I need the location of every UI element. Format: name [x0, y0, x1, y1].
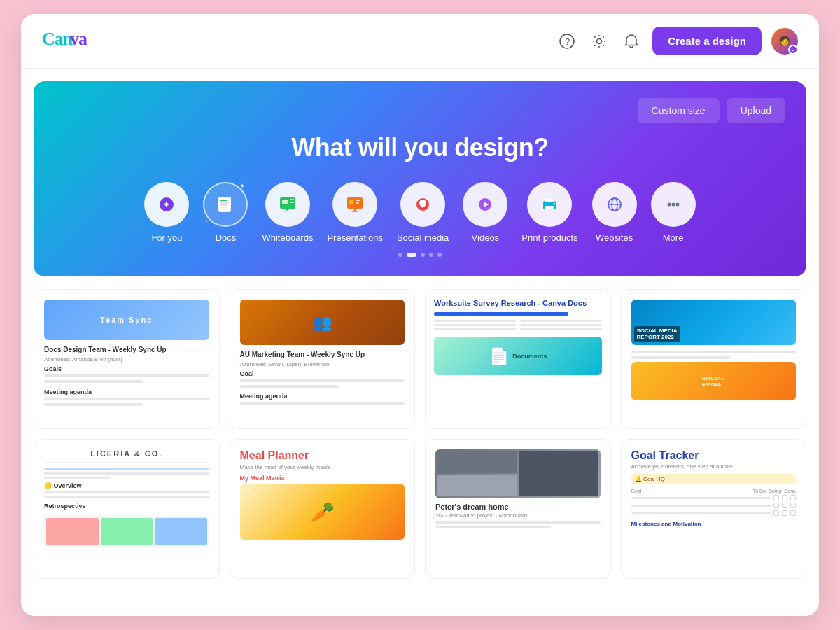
category-whiteboards[interactable]: Whiteboards	[262, 182, 313, 243]
todo-col-label: To Do	[753, 489, 766, 493]
liceria-thumb-2	[101, 518, 153, 545]
custom-size-button[interactable]: Custom size	[638, 98, 720, 123]
goal-row-2-doing	[782, 503, 788, 508]
card-4-line-2	[631, 356, 730, 359]
liceria-section-overview: 🟡 Overview	[44, 482, 209, 489]
liceria-section-retro: Retrospective	[44, 503, 209, 510]
hero-top-buttons: Custom size Upload	[55, 98, 785, 123]
meal-planner-section: My Meal Matrix	[240, 475, 405, 482]
card-2-title: AU Marketing Team - Weekly Sync Up	[240, 351, 405, 358]
worksuite-col-2	[520, 320, 602, 332]
card-2-subtitle: Attendees: Silvan, Dipen, Brewmoto	[240, 361, 405, 368]
card-1-section-agenda: Meeting agenda	[44, 388, 209, 396]
card-peters-dream[interactable]: Peter's dream home 2023 renovation proje…	[425, 439, 611, 579]
hero-dot-5[interactable]	[438, 253, 442, 257]
upload-button[interactable]: Upload	[727, 98, 785, 123]
worksuite-line-6	[520, 328, 602, 330]
house-grid	[435, 449, 601, 498]
category-docs[interactable]: Docs	[203, 182, 248, 243]
hero-dot-1[interactable]	[398, 253, 402, 257]
svg-point-34	[671, 203, 675, 206]
card-goal-tracker[interactable]: Goal Tracker Achieve your dreams, one st…	[621, 439, 807, 579]
card-2-line-3	[240, 402, 405, 405]
goal-row-3	[631, 510, 797, 516]
category-for-you[interactable]: ✦ For you	[144, 182, 189, 243]
card-marketing-team[interactable]: 👥 AU Marketing Team - Weekly Sync Up Att…	[230, 289, 416, 429]
card-2-section-goal: Goal	[240, 370, 405, 377]
svg-text:✦: ✦	[162, 199, 171, 210]
goal-row-2-done	[790, 503, 796, 508]
notifications-icon[interactable]	[622, 31, 641, 51]
card-2-line-1	[240, 379, 405, 382]
header-icons: ?	[557, 31, 641, 51]
hero-dot-2[interactable]	[407, 253, 416, 257]
card-1-line-1	[44, 374, 209, 377]
peters-dream-line-2	[435, 526, 551, 528]
card-1-title: Docs Design Team - Weekly Sync Up	[44, 346, 209, 354]
worksuite-line-3	[434, 328, 516, 330]
svg-point-4	[597, 38, 602, 43]
milestones-label: Milestones and Motivation	[631, 521, 797, 527]
svg-rect-9	[220, 202, 229, 204]
svg-line-16	[286, 209, 289, 210]
category-social-media[interactable]: Social media	[397, 182, 449, 243]
more-label: More	[663, 232, 684, 243]
card-liceria[interactable]: LICERIA & CO. 🟡 Overview Retrospective	[34, 439, 220, 579]
settings-icon[interactable]	[589, 31, 609, 51]
hero-dot-3[interactable]	[421, 253, 425, 257]
card-social-media-report[interactable]: SOCIAL MEDIAREPORT 2022 SOCIALMEDIA	[621, 289, 807, 429]
card-1-section-goals: Goals	[44, 365, 209, 372]
svg-text:?: ?	[565, 36, 570, 47]
goal-hq-badge: 🔔 Goal HQ	[631, 474, 797, 484]
card-1-line-2	[44, 380, 143, 383]
liceria-thumb-1	[46, 518, 99, 545]
docs-label: Docs	[216, 232, 237, 243]
goal-col-label: Goal	[631, 489, 750, 493]
for-you-icon-wrap: ✦	[144, 182, 189, 227]
card-team-sync[interactable]: Team Sync Docs Design Team - Weekly Sync…	[34, 289, 220, 429]
meal-planner-subtitle: Make the most of your weekly meals	[240, 464, 405, 470]
create-design-button[interactable]: Create a design	[652, 27, 762, 55]
category-list: ✦ For you Docs Whiteboards	[55, 182, 785, 243]
peters-dream-subtitle: 2023 renovation project - Moodboard	[435, 512, 601, 519]
social-media-icon-wrap	[400, 182, 445, 227]
liceria-line-4	[44, 496, 209, 498]
meeting-photo-inner: 👥	[240, 300, 405, 345]
card-2-section-agenda: Meeting agenda	[240, 393, 405, 400]
category-websites[interactable]: Websites	[592, 182, 637, 243]
category-videos[interactable]: Videos	[463, 182, 507, 243]
websites-icon-wrap	[592, 182, 637, 227]
worksuite-docs-visual: 📄 Documents	[434, 337, 602, 375]
category-more[interactable]: More	[651, 182, 696, 243]
svg-rect-11	[220, 206, 226, 208]
avatar[interactable]: 🧑 C	[771, 28, 798, 55]
svg-rect-10	[220, 204, 227, 206]
whiteboards-icon-wrap	[265, 182, 310, 227]
svg-rect-8	[220, 200, 227, 201]
hero-dot-4[interactable]	[429, 253, 433, 257]
house-img-2	[519, 451, 598, 496]
liceria-thumb-3	[155, 518, 207, 545]
social-media-bottom: SOCIALMEDIA	[631, 362, 797, 400]
goal-row-1-doing	[782, 495, 788, 500]
hero-title: What will you design?	[55, 133, 785, 162]
marketing-photo: 👥	[240, 300, 405, 345]
help-icon[interactable]: ?	[557, 31, 577, 51]
card-1-line-3	[44, 398, 209, 400]
goal-row-3-doing	[782, 510, 788, 516]
card-meal-planner[interactable]: Meal Planner Make the most of your weekl…	[230, 439, 416, 579]
doing-col-label: Doing	[769, 489, 781, 493]
card-worksuite[interactable]: Worksuite Survey Research - Canva Docs	[425, 289, 611, 429]
logo[interactable]: Can va	[42, 28, 557, 54]
category-print-products[interactable]: Print products	[522, 182, 578, 243]
liceria-line-3	[44, 491, 209, 493]
svg-rect-28	[545, 206, 554, 209]
peters-dream-line-1	[435, 522, 601, 524]
videos-label: Videos	[472, 232, 500, 243]
websites-label: Websites	[596, 232, 633, 243]
svg-rect-19	[356, 200, 360, 201]
category-presentations[interactable]: Presentations	[327, 182, 383, 243]
house-img-3	[438, 475, 517, 496]
svg-point-35	[676, 203, 679, 206]
svg-point-33	[667, 203, 671, 206]
